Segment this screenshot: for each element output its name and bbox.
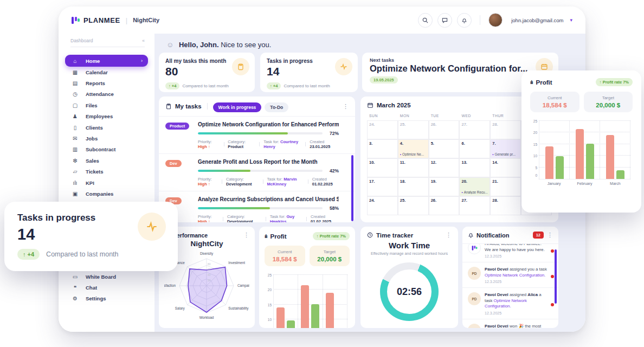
target-box: Target 20,000 $ bbox=[584, 92, 633, 112]
bar-group bbox=[298, 275, 322, 328]
kebab-menu-icon[interactable]: ⋮ bbox=[243, 232, 249, 239]
calendar-cell[interactable]: 20.▪Analyze Recu... bbox=[459, 177, 490, 196]
pulse-icon bbox=[335, 58, 352, 75]
calendar-cell[interactable]: 18. bbox=[398, 177, 429, 196]
chevron-down-icon[interactable]: ▾ bbox=[570, 17, 572, 23]
calendar-cell[interactable]: 19. bbox=[429, 177, 460, 196]
calendar-cell[interactable]: 25. bbox=[398, 120, 429, 139]
calendar-cell[interactable]: 28. bbox=[490, 196, 521, 215]
calendar-cell[interactable]: 5. bbox=[429, 139, 460, 158]
kebab-menu-icon[interactable]: ⋮ bbox=[343, 103, 349, 110]
sidebar-item-label: Chat bbox=[86, 285, 97, 291]
calendar-cell[interactable]: 7.▪Generate pr... bbox=[490, 139, 521, 158]
calendar-cell[interactable]: 11. bbox=[398, 158, 429, 177]
sidebar-item-label: KPI bbox=[86, 180, 94, 186]
sidebar-item-kpi[interactable]: ılıKPI bbox=[59, 177, 154, 188]
sidebar-item-clients[interactable]: ▯Clients bbox=[59, 122, 154, 133]
collapse-sidebar-icon[interactable]: « bbox=[142, 38, 145, 43]
calendar-cell[interactable]: 21. bbox=[490, 177, 521, 196]
sidebar-item-calendar[interactable]: ▦Calendar bbox=[59, 67, 154, 78]
calendar-cell[interactable]: 27. bbox=[459, 196, 490, 215]
notification-text: Pavol Devel assigned you a task Optimize… bbox=[485, 267, 548, 278]
user-email[interactable]: john.jacob@gmail.com bbox=[511, 17, 563, 23]
sidebar-item-employees[interactable]: ♟Employees bbox=[59, 111, 154, 122]
notification-item[interactable]: PDPavol Devel assigned Alica a task Opti… bbox=[462, 288, 558, 319]
calendar-cell[interactable]: 25. bbox=[398, 196, 429, 215]
calendar-event[interactable]: ▪Generate pr... bbox=[492, 152, 519, 156]
calendar-cell[interactable]: 6. bbox=[459, 139, 490, 158]
document-icon: ▥ bbox=[72, 146, 79, 152]
task-row[interactable]: DevAnalyze Recurring Subscriptions and C… bbox=[159, 191, 355, 222]
sidebar-item-settings[interactable]: ⚙Settings bbox=[59, 293, 154, 304]
notification-scrollbar[interactable] bbox=[555, 249, 557, 304]
calendar-cell[interactable]: 24. bbox=[367, 120, 398, 139]
notification-date: 12.3.2025 bbox=[485, 311, 548, 315]
task-row[interactable]: DevGenerate Profit and Loss Report for t… bbox=[159, 154, 355, 191]
calendar-cell[interactable]: 13. bbox=[459, 158, 490, 177]
notifications-button[interactable] bbox=[457, 13, 472, 28]
sidebar-item-label: Reports bbox=[86, 80, 105, 86]
notification-card: Notification 12 ⋮ Hi Alica, welcome to P… bbox=[462, 227, 558, 328]
notification-item[interactable]: PDPavol Devel assigned you a task Optimi… bbox=[462, 262, 558, 288]
task-meta: Priority: High ↑Category: DevelopmentTas… bbox=[198, 214, 339, 222]
next-task-title[interactable]: Optimize Network Configuration for... bbox=[370, 63, 551, 74]
brand[interactable]: PLANMEE bbox=[72, 16, 120, 24]
tab-to-do[interactable]: To-Do bbox=[265, 102, 288, 112]
messages-button[interactable] bbox=[437, 13, 452, 28]
profit-bar-chart: 5101520250JanuaryFebruaryMarch bbox=[539, 121, 630, 185]
category-label: Category: Development bbox=[226, 177, 259, 187]
notification-item[interactable]: PDPavol Devel won 🎉 the most annoying co… bbox=[462, 319, 558, 328]
task-row[interactable]: ProductOptimize Network Configuration fo… bbox=[159, 117, 355, 154]
sidebar-item-subcontract[interactable]: ▥Subcontract bbox=[59, 144, 154, 155]
calendar-cell[interactable]: 12. bbox=[429, 158, 460, 177]
workspace-name[interactable]: NightCity bbox=[133, 17, 159, 23]
calendar-cell[interactable]: 26. bbox=[429, 120, 460, 139]
tasks-scrollbar[interactable] bbox=[351, 155, 353, 221]
calendar-cell[interactable]: 14. bbox=[490, 158, 521, 177]
sidebar-item-companies[interactable]: ▣Companies bbox=[59, 188, 154, 199]
calendar-cell[interactable]: 10. bbox=[367, 158, 398, 177]
kpi-bars-icon: ılı bbox=[72, 180, 79, 186]
bar-group bbox=[569, 121, 600, 179]
task-category-badge: Dev bbox=[165, 160, 182, 167]
sidebar-item-sales[interactable]: ❇Sales bbox=[59, 155, 154, 166]
performance-title: Performance bbox=[173, 232, 208, 239]
calendar-cell[interactable]: 24. bbox=[367, 196, 398, 215]
sidebar-item-attendance[interactable]: ◷Attendance bbox=[59, 89, 154, 100]
sidebar-item-jobs[interactable]: ✉Jobs bbox=[59, 133, 154, 144]
calendar-cell[interactable]: 3. bbox=[367, 139, 398, 158]
sidebar-item-reports[interactable]: ▤Reports bbox=[59, 78, 154, 88]
calendar-cell[interactable]: 27. bbox=[459, 120, 490, 139]
calendar-event[interactable]: ▪Optimize Ne... bbox=[400, 152, 427, 156]
sidebar-item-tickets[interactable]: ▱Tickets bbox=[59, 166, 154, 177]
calendar-cell[interactable]: 4.▪Optimize Ne... bbox=[398, 139, 429, 158]
target-label: Target bbox=[586, 95, 631, 100]
sidebar-item-chat[interactable]: ❝Chat bbox=[59, 282, 154, 293]
kebab-menu-icon[interactable]: ⋮ bbox=[446, 232, 452, 239]
sidebar-item-files[interactable]: ▢Files bbox=[59, 100, 154, 111]
calendar-cell[interactable]: 28. bbox=[490, 120, 521, 139]
notification-date: 12.3.2025 bbox=[485, 280, 548, 284]
tab-work-in-progress[interactable]: Work in progress bbox=[213, 102, 262, 112]
user-avatar[interactable] bbox=[488, 13, 503, 27]
y-tick-label: 25 bbox=[265, 273, 272, 277]
sidebar-item-white-board[interactable]: ▭White Board bbox=[59, 271, 154, 282]
bar-group bbox=[539, 121, 569, 179]
notification-body: Pavol Devel assigned Alica a task Optimi… bbox=[485, 292, 548, 315]
calendar-event[interactable]: ▪Analyze Recu... bbox=[461, 190, 488, 194]
sidebar-item-home[interactable]: ⌂Home› bbox=[65, 55, 148, 67]
calendar-title: March 2025 bbox=[377, 102, 411, 108]
calendar-day-header: SUN bbox=[367, 112, 398, 120]
sidebar-item-label: Employees bbox=[86, 113, 113, 119]
task-meta: Priority: High ↑Category: DevelopmentTas… bbox=[198, 177, 339, 187]
svg-text:20: 20 bbox=[208, 279, 211, 282]
search-button[interactable] bbox=[418, 13, 433, 28]
bar-current bbox=[301, 285, 309, 328]
calendar-cell[interactable]: 26. bbox=[429, 196, 460, 215]
task-list: ProductOptimize Network Configuration fo… bbox=[159, 117, 355, 222]
my-tasks-title: My tasks bbox=[175, 103, 202, 110]
kebab-menu-icon[interactable]: ⋮ bbox=[547, 232, 553, 239]
sidebar: Dashboard « ⌂Home›▦Calendar▤Reports◷Atte… bbox=[59, 34, 154, 332]
profit-rate-badge: ↑ Profit rate 7% bbox=[313, 232, 350, 240]
calendar-cell[interactable]: 17. bbox=[367, 177, 398, 196]
